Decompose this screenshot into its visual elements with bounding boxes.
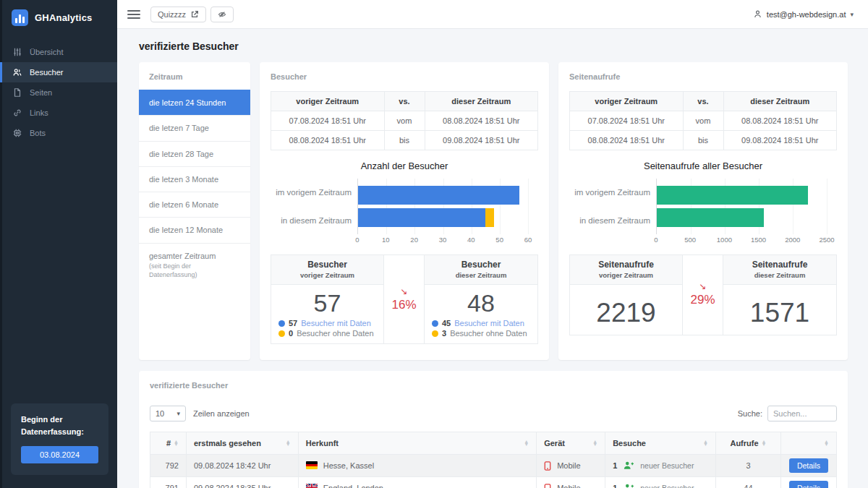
data-start-label: Beginn der Datenerfassung: [21, 414, 98, 437]
sidebar-item-links[interactable]: Links [0, 103, 117, 123]
legend-label: Besucher mit Daten [454, 319, 524, 328]
cell-origin: Hesse, Kassel [298, 455, 536, 477]
data-start-date-button[interactable]: 03.08.2024 [21, 446, 98, 463]
mobile-icon [544, 461, 551, 471]
cell-action: Details [780, 477, 836, 488]
zeitraum-option-6m[interactable]: die letzen 6 Monate [139, 192, 250, 217]
stat-current: Seitenaufrufe dieser Zeitraum 1571 [723, 255, 836, 335]
search-input[interactable] [767, 406, 837, 421]
stat-title: Besucher [274, 260, 380, 270]
page-size-select[interactable]: 10 ▾ [150, 406, 186, 421]
col-header-id[interactable]: #▲▼ [150, 432, 187, 455]
app-window: GHAnalytics Übersicht Besucher Seiten Li… [0, 0, 868, 488]
chevron-down-icon: ▾ [850, 11, 854, 18]
hide-toggle-button[interactable] [210, 7, 234, 22]
sort-icon: ▲▼ [824, 440, 829, 446]
stat-value: 57 [278, 289, 376, 317]
new-visitor-icon [624, 461, 634, 470]
topbar: Quizzzz test@gh-webdesign.at ▾ [117, 0, 868, 29]
cell-action: Details [780, 455, 836, 477]
stat-title: Seitenaufrufe [726, 260, 833, 270]
eye-slash-icon [218, 10, 226, 19]
new-visitor-icon [624, 484, 634, 488]
zeitraum-option-24h[interactable]: die letzen 24 Stunden [139, 90, 250, 115]
stat-subtitle: dieser Zeitraum [726, 271, 833, 279]
stat-title: Besucher [427, 260, 535, 270]
legend-label: Besucher ohne Daten [297, 329, 373, 338]
page-size-value: 10 [156, 409, 164, 418]
sort-icon: ▲▼ [286, 440, 291, 446]
zeitraum-option-note: (seit Begin der Datenerfassung) [149, 262, 240, 279]
col-header-first-seen[interactable]: erstmals gesehen▲▼ [186, 432, 298, 455]
cell-first-seen: 09.08.2024 18:35 Uhr [186, 477, 298, 488]
col-header-origin[interactable]: Herkunft▲▼ [298, 432, 536, 455]
link-icon [12, 108, 22, 118]
chart-plot [357, 179, 528, 234]
besucher-card: Besucher voriger Zeitraum vs. dieser Zei… [260, 62, 549, 360]
period-header: dieser Zeitraum [723, 92, 837, 111]
legend-label: Besucher mit Daten [301, 319, 371, 328]
external-link-icon [190, 10, 199, 19]
seitenaufrufe-card-title: Seitenaufrufe [569, 72, 837, 81]
quiz-link-button[interactable]: Quizzzz [150, 7, 206, 22]
col-header-visits[interactable]: Besuche▲▼ [605, 432, 716, 455]
col-header-device[interactable]: Gerät▲▼ [537, 432, 605, 455]
period-cell: vom [384, 111, 425, 131]
besucher-period-table: voriger Zeitraum vs. dieser Zeitraum 07.… [271, 91, 538, 150]
stat-delta: ↘ 29% [683, 255, 723, 335]
cell-views: 3 [716, 455, 781, 477]
zeitraum-option-3m[interactable]: die letzen 3 Monate [139, 166, 250, 192]
delta-percent: 16% [391, 298, 416, 312]
zeitraum-option-28t[interactable]: die letzen 28 Tage [139, 141, 250, 166]
cell-device: Mobile [537, 455, 605, 477]
yellow-dot-icon [278, 330, 285, 337]
visitors-table-title: verifizierte Besucher [150, 381, 837, 390]
zeitraum-option-12m[interactable]: die letzen 12 Monate [139, 217, 250, 242]
sort-icon: ▲▼ [762, 440, 767, 446]
zeitraum-option-7t[interactable]: die letzen 7 Tage [139, 115, 250, 140]
chart-title: Seitenaufrufe aller Besucher [569, 160, 837, 171]
seitenaufrufe-stats: Seitenaufrufe voriger Zeitraum 2219 ↘ 29… [569, 254, 837, 335]
details-button[interactable]: Details [789, 481, 828, 488]
period-cell: 08.08.2024 18:51 Uhr [570, 131, 684, 150]
cpu-icon [12, 128, 22, 138]
details-button[interactable]: Details [789, 458, 828, 473]
account-email: test@gh-webdesign.at [767, 10, 846, 19]
sidebar-item-label: Links [30, 108, 48, 117]
sidebar-item-seiten[interactable]: Seiten [0, 82, 117, 103]
hamburger-menu-icon[interactable] [127, 10, 140, 19]
search-area: Suche: [738, 406, 837, 421]
chart-plot [656, 179, 827, 234]
period-cell: 07.08.2024 18:51 Uhr [570, 111, 684, 131]
period-cell: 08.08.2024 18:51 Uhr [425, 111, 538, 131]
besucher-stats: Besucher voriger Zeitraum 57 57Besucher … [271, 254, 538, 344]
delta-percent: 29% [690, 293, 715, 307]
sidebar-item-label: Übersicht [30, 48, 63, 56]
cell-origin: England, London [298, 477, 536, 488]
cards-row: Zeitraum die letzen 24 Stunden die letze… [139, 62, 846, 360]
page-icon [12, 87, 22, 98]
cell-first-seen: 09.08.2024 18:42 Uhr [186, 455, 298, 477]
chart-category-labels: im vorigem Zeitraumin diesem Zeitraum [271, 179, 352, 234]
sidebar-item-uebersicht[interactable]: Übersicht [0, 42, 117, 62]
besucher-card-title: Besucher [271, 72, 538, 81]
uk-flag-icon [306, 484, 318, 488]
zeitraum-title: Zeitraum [139, 72, 250, 90]
zeitraum-card: Zeitraum die letzen 24 Stunden die letze… [139, 62, 250, 360]
col-header-action[interactable]: ▲▼ [780, 432, 836, 455]
search-label: Suche: [738, 409, 762, 418]
chart-x-axis: 05001000150020002500 [656, 236, 827, 246]
sort-icon: ▲▼ [703, 440, 708, 446]
sidebar-item-besucher[interactable]: Besucher [0, 62, 117, 82]
stat-delta: ↘ 16% [384, 255, 425, 343]
zeitraum-option-gesamt[interactable]: gesamter Zeitraum (seit Begin der Datene… [139, 243, 250, 287]
sidebar-item-bots[interactable]: Bots [0, 123, 117, 143]
period-cell: 09.08.2024 18:51 Uhr [723, 131, 837, 150]
legend-label: Besucher ohne Daten [450, 329, 527, 338]
period-header: dieser Zeitraum [425, 92, 538, 111]
col-header-views[interactable]: Aufrufe▲▼ [716, 432, 781, 455]
sidebar-item-label: Bots [30, 129, 46, 137]
stat-title: Seitenaufrufe [573, 260, 679, 270]
account-menu[interactable]: test@gh-webdesign.at ▾ [753, 9, 854, 19]
brand-name: GHAnalytics [35, 12, 93, 23]
